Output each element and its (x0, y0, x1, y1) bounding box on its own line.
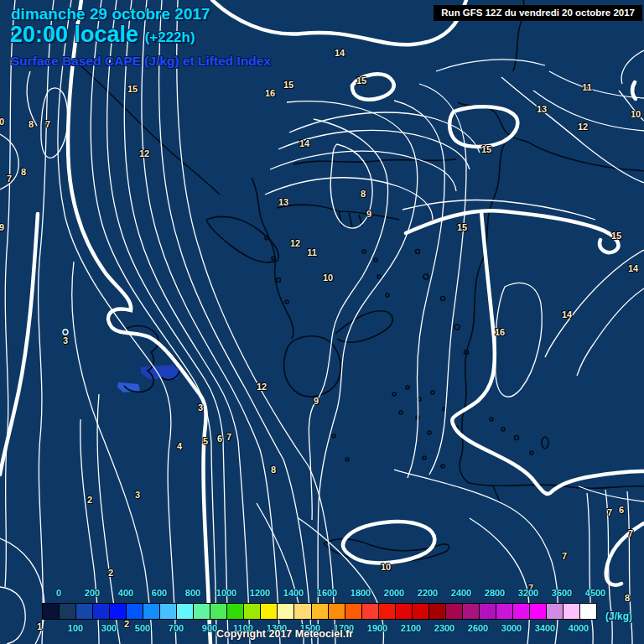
contour-label: 13 (278, 197, 288, 207)
colorbar-value: 1900 (367, 623, 387, 633)
colorbar-value: 600 (152, 588, 167, 598)
colorbar-cell (312, 604, 329, 619)
contour-label: 12 (290, 238, 300, 248)
contour-label: 8 (29, 119, 34, 129)
weather-map-canvas (0, 0, 644, 644)
colorbar-cell (513, 604, 530, 619)
colorbar-value: 2200 (418, 588, 438, 598)
colorbar-cell (345, 604, 362, 619)
contour-label: 2 (108, 568, 113, 578)
contour-label: 13 (537, 104, 547, 114)
colorbar-value: 2600 (468, 623, 488, 633)
colorbar-cell (396, 604, 413, 619)
contour-label: 15 (283, 80, 293, 90)
colorbar-value: 4500 (585, 588, 605, 598)
contour-label: 7 (562, 551, 567, 561)
contour-label: 7 (7, 174, 12, 184)
colorbar-value: 3200 (518, 588, 538, 598)
contour-label: 5 (203, 436, 208, 446)
colorbar-value: 3400 (535, 623, 555, 633)
colorbar-value: 300 (101, 623, 117, 633)
contour-label: 8 (625, 593, 630, 603)
contour-label: 6 (619, 505, 624, 515)
contour-label: 9 (0, 222, 4, 232)
contour-label: 15 (356, 75, 366, 86)
time-label: 20:00 locale (+222h) (10, 22, 195, 48)
colorbar-cell (362, 604, 379, 619)
colorbar-cell (564, 604, 580, 619)
contour-label: 4 (177, 441, 182, 451)
colorbar-value: 200 (85, 588, 100, 598)
colorbar-value: 800 (185, 588, 200, 598)
contour-label: 10 (381, 562, 391, 572)
colorbar-value: 2400 (451, 588, 471, 598)
colorbar-value: 2300 (434, 623, 454, 633)
colorbar-value: 2800 (485, 588, 505, 598)
contour-label: 8 (271, 465, 276, 475)
colorbar-cell (244, 604, 261, 619)
contour-label: 2 (87, 495, 92, 505)
contour-label: 15 (611, 231, 621, 241)
contour-label: 6 (217, 434, 222, 444)
colorbar-value: 0 (56, 588, 61, 598)
contour-label: 12 (139, 148, 149, 158)
colorbar-cell (329, 604, 345, 619)
colorbar-cell (60, 604, 76, 619)
colorbar-cell (43, 604, 60, 619)
map-background (0, 0, 644, 644)
colorbar-value: 3600 (552, 588, 572, 598)
contour-label: 15 (481, 144, 491, 154)
colorbar-value: 500 (135, 623, 150, 633)
parameter-label: Surface Based CAPE (J/kg) et Lifted Inde… (11, 54, 271, 69)
colorbar-cell (210, 604, 227, 619)
colorbar-cell (480, 604, 496, 619)
colorbar-value: 2000 (384, 588, 404, 598)
colorbar-value: 3000 (501, 623, 522, 633)
contour-label: 9 (366, 209, 371, 219)
colorbar-cell (429, 604, 446, 619)
colorbar-cell (379, 604, 396, 619)
contour-label: 2 (124, 619, 129, 629)
contour-label: 1 (37, 621, 42, 631)
contour-label: 16 (495, 327, 505, 337)
contour-label: 11 (582, 82, 592, 92)
forecast-offset: (+222h) (145, 29, 195, 45)
contour-label: 0 (0, 117, 4, 127)
colorbar-cell (76, 604, 93, 619)
run-info-text: Run GFS 12Z du vendredi 20 octobre 2017 (441, 8, 635, 18)
colorbar-cell (446, 604, 463, 619)
colorbar-value: 100 (68, 623, 83, 633)
contour-label: 8 (361, 189, 366, 199)
colorbar-value: 4000 (569, 623, 589, 633)
colorbar-cell (143, 604, 160, 619)
colorbar-cell (227, 604, 244, 619)
colorbar-cell (413, 604, 429, 619)
contour-label: 7 (45, 119, 50, 129)
run-info-box: Run GFS 12Z du vendredi 20 octobre 2017 (434, 5, 642, 21)
colorbar-cell (93, 604, 110, 619)
date-label: dimanche 29 octobre 2017 (11, 5, 210, 23)
colorbar-cell (177, 604, 194, 619)
colorbar-cell (496, 604, 513, 619)
colorbar-cell (160, 604, 177, 619)
contour-label: 3 (63, 335, 68, 345)
colorbar-cell (530, 604, 547, 619)
contour-label: 7 (226, 432, 231, 442)
contour-label: 7 (607, 507, 612, 517)
colorbar-value: 1600 (317, 588, 337, 598)
colorbar-value: 2100 (401, 623, 421, 633)
contour-label: 14 (628, 263, 638, 273)
colorbar-cell (110, 604, 127, 619)
colorbar-cell (278, 604, 294, 619)
colorbar-value: 900 (202, 623, 217, 633)
colorbar-value: 1800 (351, 588, 371, 598)
contour-label: 10 (323, 273, 333, 283)
contour-label: 3 (135, 490, 140, 500)
contour-label: 8 (21, 167, 26, 177)
contour-label: 11 (307, 247, 317, 257)
contour-label: 14 (299, 138, 309, 148)
contour-label: 15 (457, 222, 467, 232)
colorbar-cell (547, 604, 564, 619)
contour-label: 10 (631, 109, 641, 119)
contour-label: 3 (198, 402, 203, 413)
